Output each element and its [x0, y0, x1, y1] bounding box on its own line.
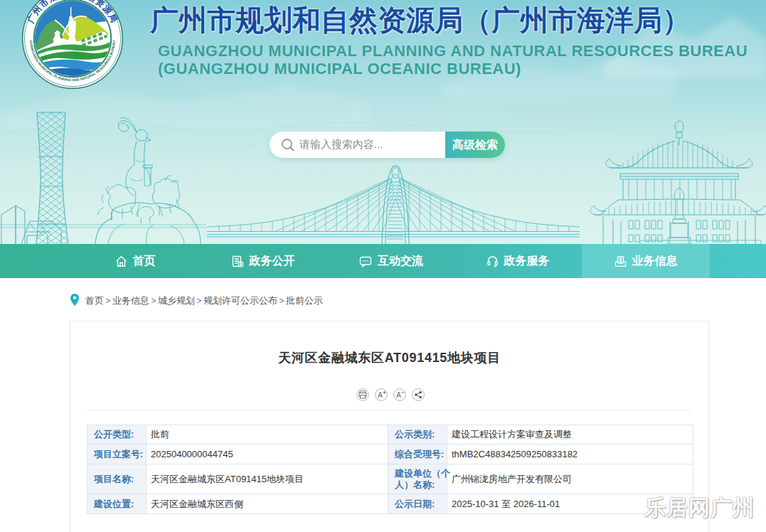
svg-text:A: A: [396, 391, 401, 399]
svg-text:A: A: [378, 391, 383, 399]
